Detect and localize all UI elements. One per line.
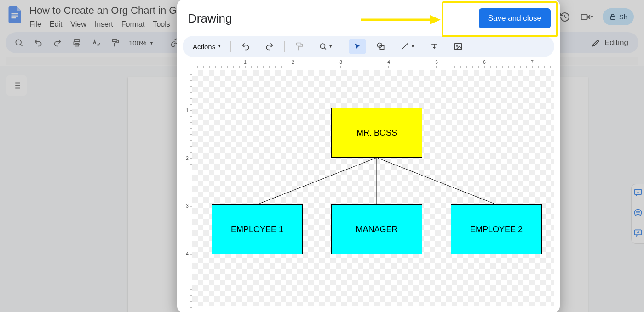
docs-header-right: ▾ Sh <box>558 3 638 25</box>
editing-label: Editing <box>604 38 628 47</box>
zoom-value: 100% <box>129 39 146 47</box>
svg-rect-4 <box>610 16 615 19</box>
drawing-modal: Drawing Save and close Actions▼ ▼ ▼ 1234… <box>177 0 560 312</box>
svg-line-27 <box>402 43 408 49</box>
actions-dropdown[interactable]: Actions▼ <box>189 43 225 51</box>
svg-line-24 <box>325 48 326 49</box>
toolbar-separator <box>284 41 285 52</box>
emoji-reaction-icon[interactable] <box>633 208 643 219</box>
actions-label: Actions <box>193 43 215 51</box>
svg-point-19 <box>637 212 638 213</box>
shape-tool[interactable] <box>372 39 390 54</box>
editing-mode-button[interactable]: Editing <box>592 38 631 47</box>
drawing-title: Drawing <box>188 11 232 26</box>
drawing-body: 1234 MR. BOSSEMPLOYEE 1MANAGEREMPLOYEE 2 <box>183 70 554 306</box>
add-comment-icon[interactable] <box>633 188 643 199</box>
org-node-boss[interactable]: MR. BOSS <box>331 108 422 158</box>
menu-tools[interactable]: Tools <box>153 20 170 28</box>
menu-edit[interactable]: Edit <box>50 20 63 28</box>
paint-format-icon[interactable] <box>290 39 309 54</box>
toolbar-separator <box>343 41 343 52</box>
svg-rect-28 <box>454 43 461 49</box>
svg-rect-1 <box>12 16 18 17</box>
print-icon[interactable] <box>71 37 83 49</box>
org-node-mgr[interactable]: MANAGER <box>331 204 422 254</box>
drawing-ruler-vertical: 1234 <box>183 70 192 306</box>
share-label: Sh <box>619 13 627 21</box>
redo-icon[interactable] <box>260 39 279 54</box>
suggest-edit-icon[interactable] <box>633 228 643 239</box>
history-icon[interactable] <box>558 11 571 23</box>
select-tool[interactable] <box>349 39 366 54</box>
svg-rect-22 <box>296 43 301 45</box>
menu-view[interactable]: View <box>70 20 86 28</box>
side-comment-tools <box>631 184 644 244</box>
org-edge[interactable] <box>377 158 496 204</box>
svg-point-20 <box>639 212 640 213</box>
svg-point-29 <box>456 45 458 46</box>
svg-line-6 <box>21 45 23 46</box>
org-node-emp1[interactable]: EMPLOYEE 1 <box>212 204 303 254</box>
drawing-toolbar: Actions▼ ▼ ▼ <box>183 36 554 57</box>
org-edge[interactable] <box>257 158 377 204</box>
share-button[interactable]: Sh <box>603 8 634 25</box>
redo-icon[interactable] <box>52 37 63 49</box>
undo-icon[interactable] <box>32 37 44 49</box>
paint-format-icon[interactable] <box>109 37 121 49</box>
textbox-tool[interactable] <box>425 39 443 54</box>
svg-point-18 <box>635 210 642 216</box>
undo-icon[interactable] <box>236 39 255 54</box>
svg-rect-2 <box>12 17 17 18</box>
outline-toggle-icon[interactable] <box>6 75 27 96</box>
zoom-dropdown[interactable]: 100%▼ <box>129 39 154 47</box>
image-tool[interactable] <box>449 39 467 54</box>
spellcheck-icon[interactable] <box>90 37 102 49</box>
svg-rect-0 <box>12 13 18 14</box>
line-tool[interactable]: ▼ <box>396 39 420 54</box>
svg-rect-10 <box>112 40 117 42</box>
svg-point-5 <box>16 40 21 45</box>
drawing-canvas[interactable]: MR. BOSSEMPLOYEE 1MANAGEREMPLOYEE 2 <box>192 70 554 306</box>
docs-logo-icon[interactable] <box>6 6 24 24</box>
drawing-header: Drawing Save and close <box>177 0 560 36</box>
org-node-emp2[interactable]: EMPLOYEE 2 <box>451 204 542 254</box>
svg-rect-3 <box>581 14 587 19</box>
meet-icon[interactable]: ▾ <box>581 11 593 23</box>
toolbar-separator <box>161 37 161 48</box>
search-icon[interactable] <box>13 37 25 49</box>
toolbar-separator <box>230 41 231 52</box>
menu-insert[interactable]: Insert <box>95 20 113 28</box>
menu-format[interactable]: Format <box>121 20 145 28</box>
zoom-dropdown[interactable]: ▼ <box>314 39 337 54</box>
svg-point-23 <box>320 44 325 49</box>
menu-file[interactable]: File <box>29 20 41 28</box>
save-and-close-button[interactable]: Save and close <box>479 8 551 28</box>
drawing-ruler-horizontal: 1234567 <box>188 60 554 70</box>
